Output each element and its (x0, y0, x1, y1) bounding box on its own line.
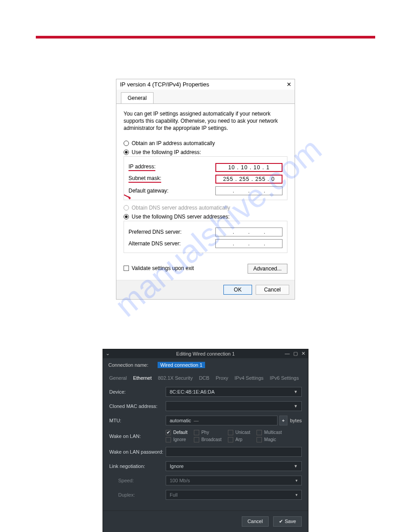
radio-icon (124, 141, 129, 146)
mtu-unit: bytes (290, 418, 302, 423)
dialog-footer: OK Cancel (116, 280, 295, 299)
validate-checkbox-row[interactable]: Validate settings upon exit (124, 265, 194, 271)
mtu-field[interactable]: automatic — (166, 416, 278, 425)
chevron-down-icon: ▼ (294, 464, 298, 468)
ipv4-properties-dialog: IP version 4 (TCP/IPv4) Properties ✕ Gen… (116, 79, 295, 300)
label-cloned-mac: Cloned MAC address: (109, 403, 166, 409)
wol-magic[interactable]: Magic (257, 437, 282, 442)
row-mtu: MTU: automatic — + bytes (109, 416, 302, 425)
arrow-annotation (123, 194, 132, 199)
link-negotiation-dropdown[interactable]: Ignore ▼ (166, 461, 302, 471)
ip-fieldset: IP address: 10 . 10 . 10 . 1 Subnet mask… (124, 156, 287, 200)
tab-dcb[interactable]: DCB (199, 375, 209, 381)
tab-ethernet[interactable]: Ethernet (133, 375, 152, 381)
dark-titlebar: ⌄ Editing Wired connection 1 — ▢ ✕ (103, 349, 308, 358)
alternate-dns-field[interactable]: . . . (215, 239, 283, 248)
checkbox-icon (194, 437, 199, 442)
row-speed: Speed: 100 Mb/s ▾ (109, 476, 302, 485)
check-icon: ✔ (279, 519, 283, 524)
row-link-negotiation: Link negotiation: Ignore ▼ (109, 461, 302, 471)
checkbox-label: Validate settings upon exit (132, 265, 194, 271)
checkbox-icon (228, 430, 233, 435)
connection-name-label: Connection name: (108, 362, 158, 368)
advanced-button[interactable]: Advanced... (248, 264, 287, 274)
checkbox-icon (228, 437, 233, 442)
radio-label: Use the following DNS server addresses: (132, 214, 230, 220)
minimize-icon[interactable]: — (285, 351, 290, 356)
chevron-down-icon: ▾ (295, 478, 298, 483)
radio-use-following-ip[interactable]: Use the following IP address: (124, 149, 287, 155)
connection-name-row: Connection name: Wired connection 1 (103, 358, 308, 372)
label-subnet-mask: Subnet mask: (128, 175, 161, 183)
label-wol-password: Wake on LAN password: (109, 449, 166, 455)
label-device: Device: (109, 389, 166, 395)
wol-arp[interactable]: Arp (228, 437, 250, 442)
row-wake-on-lan: Wake on LAN: ✔Default Phy Unicast Multic… (109, 430, 302, 442)
tab-ipv6-settings[interactable]: IPv6 Settings (270, 375, 299, 381)
row-wol-password: Wake on LAN password: (109, 447, 302, 457)
checkbox-icon (194, 430, 199, 435)
chevron-down-icon: ▼ (294, 390, 298, 394)
wol-password-field[interactable] (166, 447, 302, 457)
radio-label: Obtain an IP address automatically (132, 140, 215, 146)
tab-ipv4-settings[interactable]: IPv4 Settings (235, 375, 264, 381)
connection-name-field[interactable]: Wired connection 1 (158, 362, 205, 368)
ip-address-field[interactable]: 10 . 10 . 10 . 1 (215, 163, 283, 172)
speed-dropdown[interactable]: 100 Mb/s ▾ (166, 476, 302, 485)
wol-multicast[interactable]: Multicast (257, 430, 282, 435)
ok-button[interactable]: OK (223, 285, 252, 295)
cancel-button[interactable]: Cancel (242, 516, 269, 527)
radio-label: Use the following IP address: (132, 149, 201, 155)
row-device: Device: 8C:EC:4B:1E:A6:DA ▼ (109, 387, 302, 397)
wol-broadcast[interactable]: Broadcast (194, 437, 222, 442)
wol-default[interactable]: ✔Default (166, 430, 188, 435)
label-duplex: Duplex: (109, 492, 166, 498)
wol-unicast[interactable]: Unicast (228, 430, 250, 435)
radio-icon (124, 214, 129, 219)
radio-use-following-dns[interactable]: Use the following DNS server addresses: (124, 214, 287, 220)
checkbox-icon (166, 437, 171, 442)
cancel-button[interactable]: Cancel (256, 285, 289, 295)
network-connection-editor: ⌄ Editing Wired connection 1 — ▢ ✕ Conne… (103, 349, 308, 532)
wol-phy[interactable]: Phy (194, 430, 222, 435)
label-speed: Speed: (109, 478, 166, 483)
tab-8021x-security[interactable]: 802.1X Security (158, 375, 193, 381)
row-default-gateway: Default gateway: . . . (128, 186, 283, 195)
radio-obtain-dns-auto[interactable]: Obtain DNS server address automatically (124, 205, 287, 211)
wol-ignore[interactable]: Ignore (166, 437, 188, 442)
close-icon[interactable]: ✕ (286, 81, 292, 88)
link-negotiation-value: Ignore (170, 463, 184, 469)
cloned-mac-dropdown[interactable]: ▼ (166, 401, 302, 411)
label-default-gateway: Default gateway: (128, 188, 168, 194)
row-subnet-mask: Subnet mask: 255 . 255 . 255 . 0 (128, 175, 283, 184)
row-duplex: Duplex: Full ▾ (109, 490, 302, 500)
device-dropdown[interactable]: 8C:EC:4B:1E:A6:DA ▼ (166, 387, 302, 397)
page-content: manualshive.com IP version 4 (TCP/IPv4) … (0, 39, 411, 532)
preferred-dns-field[interactable]: . . . (215, 227, 283, 236)
radio-obtain-ip-auto[interactable]: Obtain an IP address automatically (124, 140, 287, 146)
collapse-icon[interactable]: ⌄ (106, 351, 110, 356)
general-tab-body: You can get IP settings assigned automat… (116, 103, 295, 280)
tab-general[interactable]: General (109, 375, 127, 381)
wol-options: ✔Default Phy Unicast Multicast Ignore Br… (166, 430, 282, 442)
dark-footer: Cancel ✔Save (103, 511, 308, 532)
tab-proxy[interactable]: Proxy (216, 375, 228, 381)
default-gateway-field[interactable]: . . . (215, 186, 283, 195)
mtu-value: automatic (170, 418, 191, 423)
chevron-down-icon: ▾ (295, 493, 298, 497)
row-ip-address: IP address: 10 . 10 . 10 . 1 (128, 163, 283, 172)
dns-fieldset: Preferred DNS server: . . . Alternate DN… (124, 221, 287, 253)
speed-value: 100 Mb/s (170, 478, 190, 483)
save-button[interactable]: ✔Save (273, 516, 302, 527)
close-icon[interactable]: ✕ (301, 351, 305, 356)
label-link-negotiation: Link negotiation: (109, 463, 166, 469)
duplex-dropdown[interactable]: Full ▾ (166, 490, 302, 500)
description-text: You can get IP settings assigned automat… (124, 110, 287, 132)
check-icon: ✔ (166, 430, 171, 435)
dark-tabs: General Ethernet 802.1X Security DCB Pro… (103, 372, 308, 385)
tab-general[interactable]: General (121, 92, 154, 103)
maximize-icon[interactable]: ▢ (293, 351, 298, 356)
mtu-plus-button[interactable]: + (279, 416, 287, 425)
label-mtu: MTU: (109, 418, 166, 423)
subnet-mask-field[interactable]: 255 . 255 . 255 . 0 (215, 175, 283, 184)
